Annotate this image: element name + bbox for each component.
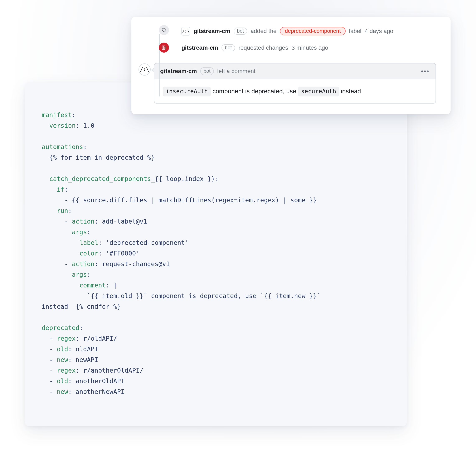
code-template: {{ loop.index }} <box>155 175 215 182</box>
code-key: comment <box>79 282 106 289</box>
code-key: args <box>72 228 87 236</box>
code-key: old <box>57 377 68 385</box>
code-value: oldAPI <box>76 345 98 353</box>
event-text: requested changes <box>238 45 288 51</box>
comment-action-text: left a comment <box>217 68 255 75</box>
comment-header: gitstream-cm bot left a comment ••• <box>154 63 436 79</box>
bot-badge: bot <box>221 44 235 51</box>
code-key: deprecated <box>42 324 79 332</box>
comment-text: instead <box>339 88 361 95</box>
code-template: - {{ source.diff.files | matchDiffLines(… <box>64 196 317 204</box>
code-key: automations <box>42 143 83 150</box>
code-value: 1.0 <box>83 122 95 129</box>
comment-body: insecureAuth component is deprecated, us… <box>154 79 436 104</box>
event-time: 3 minutes ago <box>291 45 328 51</box>
code-key: regex <box>57 367 75 374</box>
code-key: regex <box>57 335 75 342</box>
code-key: manifest <box>42 111 72 119</box>
code-key: new <box>57 388 68 395</box>
tag-icon <box>159 25 169 35</box>
timeline-comment: /:\ gitstream-cm bot left a comment ••• … <box>154 63 436 104</box>
code-value: 'deprecated-component' <box>106 239 189 246</box>
code-key: version <box>49 122 75 129</box>
code-key: if <box>57 186 64 193</box>
code-value: '#FF0000' <box>106 250 140 257</box>
code-value: anotherOldAPI <box>76 377 125 385</box>
code-template: {% for item in deprecated %} <box>49 154 155 161</box>
actor-avatar[interactable]: /:\ <box>138 63 151 75</box>
code-key: new <box>57 356 68 363</box>
code-key: label <box>79 239 98 246</box>
code-token: secureAuth <box>298 87 339 97</box>
comment-text: component is deprecated, use <box>211 88 298 95</box>
code-key: old <box>57 345 68 353</box>
code-key: action <box>72 260 95 268</box>
label-pill[interactable]: deprecated-component <box>280 27 346 35</box>
code-key: catch_deprecated_components_ <box>49 175 155 182</box>
yaml-code-block: manifest: version: 1.0 automations: {% f… <box>42 109 390 397</box>
actor-name[interactable]: gitstream-cm <box>181 45 218 51</box>
code-value: r/oldAPI/ <box>83 335 117 342</box>
code-template: {% endfor %} <box>76 303 121 310</box>
code-template: `{{ item.old }}` <box>87 292 147 299</box>
timeline-connector <box>159 34 159 97</box>
code-value: request-changes@v1 <box>102 260 170 268</box>
code-key: args <box>72 271 87 278</box>
actor-name[interactable]: gitstream-cm <box>193 28 230 34</box>
kebab-icon[interactable]: ••• <box>421 68 430 75</box>
event-time: 4 days ago <box>365 28 393 34</box>
event-text: added the <box>250 28 277 34</box>
config-code-card: manifest: version: 1.0 automations: {% f… <box>25 82 407 426</box>
code-value: add-label@v1 <box>102 218 147 225</box>
code-key: run <box>57 207 68 214</box>
code-template: `{{ item.new }}` <box>260 292 321 299</box>
code-key: color <box>79 250 98 257</box>
code-value: component is deprecated, use <box>151 292 257 299</box>
bot-badge: bot <box>200 67 214 75</box>
actor-name[interactable]: gitstream-cm <box>160 68 197 75</box>
code-value: | <box>113 282 117 289</box>
bot-badge: bot <box>234 28 247 35</box>
file-diff-icon <box>159 43 169 53</box>
code-value: newAPI <box>76 356 98 363</box>
timeline-changes-event: gitstream-cm bot requested changes 3 min… <box>181 43 436 59</box>
event-text-after: label <box>349 28 361 34</box>
timeline-label-event: /:\ gitstream-cm bot added the deprecate… <box>181 25 436 43</box>
code-value: anotherNewAPI <box>76 388 125 395</box>
code-value: instead <box>42 303 68 310</box>
code-value: r/anotherOldAPI/ <box>83 367 143 374</box>
code-token: insecureAuth <box>163 87 211 97</box>
pr-timeline-card: /:\ gitstream-cm bot added the deprecate… <box>131 17 451 114</box>
actor-avatar[interactable]: /:\ <box>181 27 190 35</box>
code-key: action <box>72 218 95 225</box>
